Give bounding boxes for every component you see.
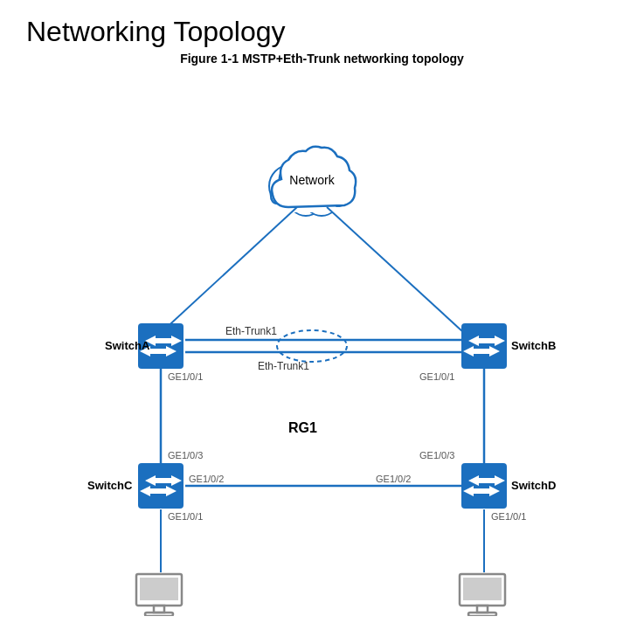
label-switchA-ge1: GE1/0/1 (168, 371, 203, 382)
svg-rect-25 (145, 613, 173, 616)
label-switchB-ge1: GE1/0/1 (419, 371, 454, 382)
label-switchC-ge2: GE1/0/2 (189, 474, 224, 484)
switch-d (461, 463, 507, 509)
svg-rect-28 (463, 578, 502, 600)
line-cloud-switchB (327, 207, 463, 332)
pc-left (134, 574, 184, 616)
pc-right (457, 574, 508, 616)
svg-rect-13 (461, 323, 507, 369)
label-switchC-ge1: GE1/0/1 (168, 511, 203, 522)
diagram-container: Network Eth-Trunk1 Eth-Trunk1 (0, 74, 644, 616)
label-switchA: SwitchA (105, 339, 150, 352)
label-switchB-ge3: GE1/0/3 (419, 450, 454, 460)
switch-c (138, 463, 184, 509)
svg-rect-23 (140, 578, 178, 600)
label-rg1: RG1 (288, 420, 317, 435)
svg-rect-19 (461, 463, 507, 509)
label-switchA-ge3: GE1/0/3 (168, 450, 203, 460)
svg-rect-16 (138, 463, 184, 509)
cloud-network: Network (269, 147, 356, 216)
label-switchC: SwitchC (87, 479, 133, 492)
label-switchD-ge2: GE1/0/2 (376, 474, 411, 484)
label-switchD-ge1: GE1/0/1 (491, 511, 526, 522)
eth-trunk-oval (277, 330, 347, 362)
switch-b (461, 323, 507, 369)
eth-trunk1-top-label: Eth-Trunk1 (225, 325, 277, 337)
label-switchD: SwitchD (511, 479, 556, 492)
page-title: Networking Topology (0, 0, 644, 52)
label-switchB: SwitchB (511, 339, 556, 352)
eth-trunk1-bottom-label: Eth-Trunk1 (258, 360, 309, 372)
figure-caption: Figure 1-1 MSTP+Eth-Trunk networking top… (0, 52, 644, 66)
cloud-label: Network (289, 173, 335, 187)
svg-rect-30 (468, 613, 496, 616)
line-cloud-switchA (162, 207, 297, 332)
